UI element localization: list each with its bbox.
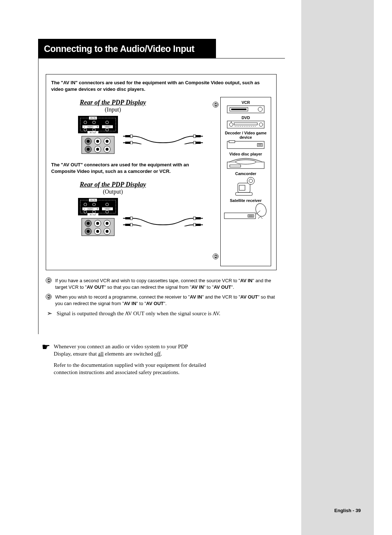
svg-rect-115 xyxy=(230,165,241,167)
svg-text:L: L xyxy=(84,208,85,210)
device-list-box: ➀ ➁ VCR DVD Decoder / Video game device … xyxy=(220,97,271,266)
numbered-notes: ➀ If you have a second VCR and wish to c… xyxy=(46,277,277,317)
svg-point-30 xyxy=(106,148,109,151)
svg-rect-41 xyxy=(201,142,203,143)
svg-text:AV IN: AV IN xyxy=(90,199,95,201)
svg-rect-109 xyxy=(229,141,235,143)
disc-player-icon xyxy=(227,157,265,169)
svg-rect-42 xyxy=(193,141,196,144)
label-disc-player: Video disc player xyxy=(222,152,269,156)
note-2: ➁ When you wish to record a programme, c… xyxy=(46,294,277,307)
intro-text: The "AV IN" connectors are used for the … xyxy=(51,80,271,92)
svg-rect-91 xyxy=(193,223,196,226)
svg-rect-89 xyxy=(196,224,201,226)
svg-point-71 xyxy=(96,222,99,225)
svg-rect-37 xyxy=(125,142,130,144)
svg-rect-88 xyxy=(130,223,132,226)
label-dvd: DVD xyxy=(222,115,269,120)
svg-rect-31 xyxy=(125,135,130,137)
label-vcr: VCR xyxy=(222,100,269,105)
svg-text:AV IN: AV IN xyxy=(90,117,95,119)
svg-rect-36 xyxy=(193,135,196,138)
hand-pointer-icon: ☛ xyxy=(40,344,52,351)
svg-point-106 xyxy=(259,123,263,126)
svg-rect-87 xyxy=(123,224,125,225)
bottom-note-2: Refer to the documentation supplied with… xyxy=(54,361,207,376)
svg-point-101 xyxy=(258,107,262,112)
note-1: ➀ If you have a second VCR and wish to c… xyxy=(46,277,277,290)
svg-text:VIDEO: VIDEO xyxy=(105,126,110,128)
svg-rect-100 xyxy=(231,109,246,110)
vcr-icon xyxy=(227,105,265,113)
svg-point-75 xyxy=(87,230,90,233)
svg-rect-40 xyxy=(196,142,201,144)
camcorder-icon xyxy=(235,177,257,196)
svg-rect-103 xyxy=(234,123,257,125)
input-section-sub: (Input) xyxy=(66,106,160,113)
label-camcorder: Camcorder xyxy=(222,171,269,176)
svg-point-104 xyxy=(229,123,233,126)
main-diagram-box: The "AV IN" connectors are used for the … xyxy=(46,74,277,270)
satellite-icon xyxy=(224,203,268,219)
svg-rect-35 xyxy=(201,136,203,137)
svg-rect-120 xyxy=(239,185,245,190)
svg-point-22 xyxy=(96,140,99,143)
svg-text:AV OUT: AV OUT xyxy=(90,214,96,216)
label-satellite: Satellite receiver xyxy=(222,198,269,203)
svg-rect-82 xyxy=(130,217,132,220)
input-section-title: Rear of the PDP Display xyxy=(66,99,160,106)
mid-text: The "AV OUT" connectors are used for the… xyxy=(51,162,196,174)
svg-rect-81 xyxy=(123,218,125,219)
svg-rect-39 xyxy=(130,141,132,144)
note-2-marker: ➁ xyxy=(46,294,52,300)
arrow-note: ➣ Signal is outputted through the AV OUT… xyxy=(46,310,277,317)
output-section-title: Rear of the PDP Display xyxy=(66,181,160,189)
label-decoder: Decoder / Video game device xyxy=(222,131,269,139)
bottom-note-1: Whenever you connect an audio or video s… xyxy=(54,343,207,358)
page-title: Connecting to the Audio/Video Input xyxy=(44,44,194,54)
svg-rect-83 xyxy=(196,217,201,219)
svg-point-125 xyxy=(254,203,268,218)
svg-rect-86 xyxy=(125,224,130,226)
dvd-icon xyxy=(227,121,265,129)
svg-point-24 xyxy=(106,140,109,143)
svg-point-69 xyxy=(87,222,90,225)
svg-point-114 xyxy=(236,160,256,164)
svg-rect-119 xyxy=(236,192,252,195)
svg-text:VIDEO: VIDEO xyxy=(105,208,110,210)
svg-point-20 xyxy=(87,140,90,143)
svg-rect-84 xyxy=(201,218,203,219)
game-device-icon xyxy=(227,140,265,150)
svg-rect-122 xyxy=(248,215,254,217)
bottom-notes: ☛ Whenever you connect an audio or video… xyxy=(40,343,207,380)
svg-point-26 xyxy=(87,148,90,151)
page-footer: English - 39 xyxy=(334,508,361,513)
note-1-marker: ➀ xyxy=(46,277,52,283)
svg-rect-34 xyxy=(196,135,201,137)
page-title-box: Connecting to the Audio/Video Input xyxy=(38,39,216,58)
av-panel-input: AV IN L AUDIO R VIDEO AV OUT xyxy=(77,115,119,155)
svg-line-127 xyxy=(260,216,262,219)
sidebar-margin xyxy=(301,0,374,535)
svg-text:AUDIO: AUDIO xyxy=(87,126,93,128)
svg-rect-85 xyxy=(193,217,196,220)
svg-line-128 xyxy=(258,216,260,219)
svg-point-77 xyxy=(96,230,99,233)
svg-rect-38 xyxy=(123,142,125,143)
svg-point-73 xyxy=(106,222,109,225)
svg-point-28 xyxy=(96,148,99,151)
svg-text:L: L xyxy=(84,126,85,128)
svg-text:AUDIO: AUDIO xyxy=(87,208,93,210)
svg-rect-80 xyxy=(125,217,130,219)
svg-text:R: R xyxy=(97,208,98,210)
svg-point-118 xyxy=(249,179,253,183)
svg-rect-33 xyxy=(130,135,132,138)
arrow-icon: ➣ xyxy=(46,310,53,317)
device-marker-2: ➁ xyxy=(213,254,219,259)
svg-rect-90 xyxy=(201,224,203,225)
av-panel-output: AV IN L AUDIO R VIDEO AV OUT xyxy=(77,197,119,237)
svg-point-79 xyxy=(106,230,109,233)
output-section-sub: (Output) xyxy=(66,189,160,195)
device-marker-1: ➀ xyxy=(213,102,219,108)
svg-text:AV OUT: AV OUT xyxy=(90,131,96,134)
